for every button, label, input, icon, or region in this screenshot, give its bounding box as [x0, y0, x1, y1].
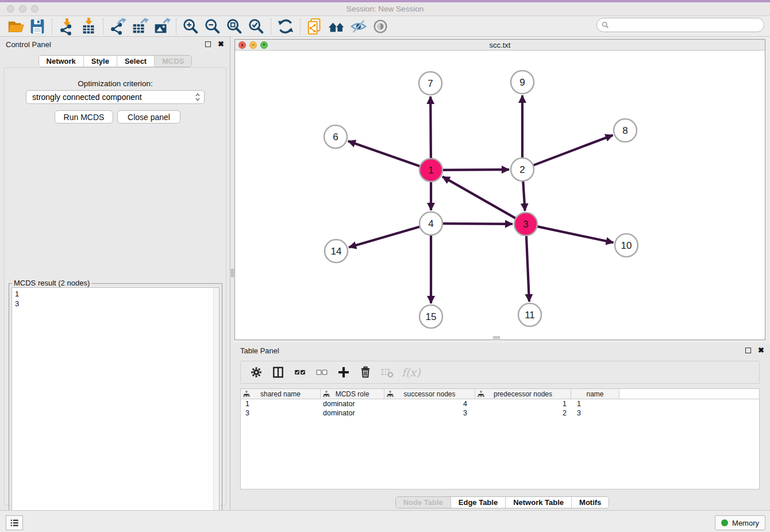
- close-table-panel-icon[interactable]: ✖: [758, 348, 764, 353]
- graph-node-6[interactable]: 6: [324, 125, 347, 148]
- split-divider-handle-horizontal[interactable]: [493, 336, 500, 340]
- window-title: Session: New Session: [0, 5, 770, 13]
- clone-network-button[interactable]: [304, 17, 326, 36]
- graph-node-10[interactable]: 10: [615, 234, 638, 257]
- first-neighbors-button[interactable]: [326, 17, 348, 36]
- table-settings-button[interactable]: [248, 364, 265, 381]
- graph-node-7[interactable]: 7: [419, 72, 442, 95]
- show-all-button[interactable]: [369, 17, 391, 36]
- optimization-criterion-select[interactable]: strongly connected component: [26, 90, 205, 104]
- float-table-panel-icon[interactable]: [745, 348, 751, 353]
- refresh-button[interactable]: [275, 17, 297, 36]
- run-mcds-button[interactable]: Run MCDS: [55, 110, 113, 124]
- graph-edge-1-7[interactable]: [430, 97, 431, 159]
- zoom-selected-button[interactable]: [245, 17, 267, 36]
- table-row[interactable]: 3dominator323: [241, 408, 759, 418]
- graph-node-1[interactable]: 1: [419, 159, 442, 182]
- table-cell[interactable]: 1: [571, 400, 619, 408]
- float-panel-icon[interactable]: [205, 41, 211, 47]
- table-cell[interactable]: 3: [384, 409, 475, 417]
- graph-node-label: 7: [428, 78, 433, 89]
- table-cell[interactable]: 4: [384, 400, 475, 408]
- zoom-out-button[interactable]: [202, 17, 224, 36]
- tab-network[interactable]: Network: [39, 56, 83, 67]
- column-header-MCDS-role[interactable]: MCDS role: [321, 389, 384, 399]
- column-header-shared-name[interactable]: shared name: [241, 389, 321, 399]
- list-icon: [9, 518, 20, 528]
- graph-node-4[interactable]: 4: [419, 212, 442, 235]
- table-cell[interactable]: dominator: [321, 409, 384, 417]
- zoom-in-button[interactable]: [180, 17, 202, 36]
- graph-node-9[interactable]: 9: [511, 71, 534, 94]
- hide-selected-button[interactable]: [348, 17, 369, 36]
- column-header-predecessor-nodes[interactable]: predecessor nodes: [475, 389, 571, 399]
- zoom-fit-button[interactable]: [224, 17, 245, 36]
- select-all-icon: [294, 366, 306, 379]
- show-column-panel-button[interactable]: [270, 364, 287, 381]
- mcds-panel: Optimization criterion: strongly connect…: [4, 67, 226, 506]
- table-cell[interactable]: 1: [475, 400, 571, 408]
- graph-edge-2-3[interactable]: [523, 181, 525, 211]
- graph-edge-3-10[interactable]: [537, 226, 614, 242]
- graph-node-label: 15: [426, 311, 437, 322]
- apply-function-button[interactable]: f(x): [402, 366, 421, 379]
- graph-edge-4-3[interactable]: [442, 223, 513, 224]
- column-header-successor-nodes[interactable]: successor nodes: [384, 389, 475, 399]
- graph-node-11[interactable]: 11: [518, 303, 541, 326]
- tab-select[interactable]: Select: [117, 56, 154, 67]
- table-cell[interactable]: dominator: [321, 400, 384, 408]
- column-header-name[interactable]: name: [571, 389, 619, 399]
- graph-edge-1-6[interactable]: [348, 141, 420, 167]
- split-divider-handle[interactable]: [231, 269, 234, 277]
- mcds-result-scrollbar[interactable]: [213, 288, 219, 532]
- graph-node-2[interactable]: 2: [511, 158, 534, 181]
- graph-node-14[interactable]: 14: [325, 240, 348, 263]
- table-cell[interactable]: 3: [241, 409, 321, 417]
- network-window-titlebar[interactable]: x − + scc.txt: [235, 40, 765, 51]
- delete-column-button[interactable]: [357, 364, 374, 381]
- add-column-button[interactable]: [335, 364, 352, 381]
- export-table-button[interactable]: [129, 17, 151, 36]
- node-table[interactable]: shared nameMCDS rolesuccessor nodesprede…: [240, 388, 760, 489]
- graph-edge-3-1[interactable]: [442, 176, 516, 218]
- search-field[interactable]: [596, 18, 764, 32]
- trash-icon: [359, 366, 372, 379]
- graph-edge-2-8[interactable]: [533, 135, 613, 165]
- memory-button[interactable]: Memory: [715, 515, 765, 530]
- table-cell[interactable]: 1: [241, 400, 321, 408]
- select-all-rows-button[interactable]: [291, 364, 309, 381]
- memory-label: Memory: [732, 519, 759, 527]
- graph-edge-3-11[interactable]: [526, 236, 529, 302]
- network-canvas[interactable]: 7968124314101511: [235, 51, 765, 340]
- export-network-button[interactable]: [107, 17, 129, 36]
- graph-edge-1-2[interactable]: [442, 169, 509, 170]
- search-input[interactable]: [612, 21, 764, 29]
- close-panel-icon[interactable]: ✖: [218, 41, 224, 47]
- open-file-button[interactable]: [5, 17, 26, 36]
- tab-network-table[interactable]: Network Table: [505, 497, 571, 508]
- tab-edge-table[interactable]: Edge Table: [451, 497, 505, 508]
- import-network-button[interactable]: [56, 17, 78, 36]
- mcds-result-text[interactable]: 1 3: [11, 287, 220, 532]
- table-cell[interactable]: 3: [571, 409, 619, 417]
- tab-mcds[interactable]: MCDS: [154, 56, 191, 67]
- tab-style[interactable]: Style: [83, 56, 117, 67]
- graph-edge-4-14[interactable]: [349, 227, 420, 248]
- export-image-button[interactable]: [151, 17, 172, 36]
- deselect-all-rows-button[interactable]: [313, 364, 330, 381]
- table-row[interactable]: 1dominator411: [241, 399, 759, 408]
- zoom-out-icon: [203, 17, 222, 36]
- graph-node-3[interactable]: 3: [514, 213, 537, 236]
- graph-node-8[interactable]: 8: [614, 119, 637, 142]
- import-table-button[interactable]: [78, 17, 99, 36]
- graph-node-15[interactable]: 15: [419, 305, 442, 328]
- table-tabs: Node Table Edge Table Network Table Moti…: [234, 496, 770, 508]
- hierarchy-icon: [478, 391, 484, 398]
- tab-motifs[interactable]: Motifs: [571, 497, 609, 508]
- table-cell[interactable]: 2: [475, 409, 571, 417]
- task-history-button[interactable]: [6, 515, 23, 530]
- tab-node-table[interactable]: Node Table: [396, 497, 451, 508]
- save-session-button[interactable]: [26, 17, 48, 36]
- delete-table-button[interactable]: [379, 364, 396, 381]
- close-panel-button[interactable]: Close panel: [117, 110, 180, 124]
